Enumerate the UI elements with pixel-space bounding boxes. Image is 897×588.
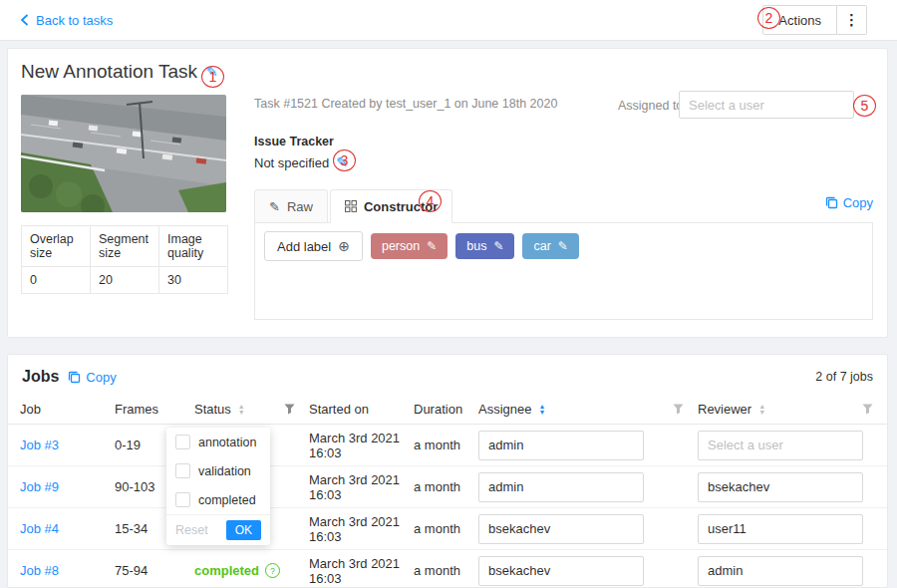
filter-option-validation[interactable]: validation <box>166 456 270 485</box>
copy-icon <box>825 196 838 209</box>
image-quality-header: Image quality <box>159 226 228 267</box>
task-details-card: New Annotation Task ✎ <box>7 48 888 338</box>
reviewer-filter-icon[interactable] <box>862 404 873 415</box>
filter-reset-button[interactable]: Reset <box>175 523 208 537</box>
label-bus-name: bus <box>466 239 486 253</box>
job-assignee-input[interactable] <box>478 472 644 502</box>
label-chip-person[interactable]: person ✎ <box>371 233 448 259</box>
column-reviewer-label: Reviewer <box>698 402 751 417</box>
image-quality-value: 30 <box>159 267 228 294</box>
back-to-tasks-label: Back to tasks <box>36 13 113 28</box>
job-link[interactable]: Job #4 <box>20 521 59 536</box>
job-link[interactable]: Job #3 <box>20 438 59 452</box>
task-title-row: New Annotation Task ✎ <box>21 61 218 83</box>
job-row: Job #9 90-103 March 3rd 2021 16:03 a mon… <box>8 466 887 508</box>
job-reviewer-input[interactable] <box>698 514 863 544</box>
issue-tracker-label: Issue Tracker <box>254 135 334 148</box>
job-row: Job #3 0-19 March 3rd 2021 16:03 a month <box>8 425 887 466</box>
reviewer-sorter-icon[interactable]: ▲ ▼ <box>758 404 765 415</box>
label-car-name: car <box>533 239 550 253</box>
segment-size-header: Segment size <box>91 226 159 267</box>
add-label-text: Add label <box>277 239 331 254</box>
edit-label-bus-icon: ✎ <box>493 239 503 253</box>
job-reviewer-input[interactable] <box>698 431 863 460</box>
assignee-sorter-icon[interactable]: ▲ ▼ <box>538 404 545 415</box>
jobs-header-row: Jobs Copy 2 of 7 jobs <box>8 355 887 386</box>
caret-down-icon: ▼ <box>758 410 765 416</box>
edit-label-car-icon: ✎ <box>558 239 568 253</box>
job-duration: a month <box>414 438 478 452</box>
job-assignee-input[interactable] <box>478 431 644 460</box>
job-link[interactable]: Job #8 <box>20 563 59 578</box>
job-row: Job #8 75-94 completed ? March 3rd 2021 … <box>8 550 887 588</box>
job-frames: 75-94 <box>115 563 194 578</box>
column-assignee-label: Assignee <box>478 402 531 417</box>
checkbox-icon[interactable] <box>175 492 190 507</box>
task-assignee-input[interactable] <box>679 91 854 119</box>
filter-option-annotation[interactable]: annotation <box>166 428 270 456</box>
jobs-card: Jobs Copy 2 of 7 jobs Job Frames Status … <box>7 354 888 588</box>
status-info-icon[interactable]: ? <box>265 563 280 578</box>
column-reviewer[interactable]: Reviewer ▲ ▼ <box>698 402 875 417</box>
annotation-marker-1: 1 <box>201 66 224 88</box>
column-status[interactable]: Status ▲ ▼ <box>194 402 309 417</box>
job-reviewer-input[interactable] <box>698 472 863 502</box>
labels-copy-link[interactable]: Copy <box>825 195 873 210</box>
labels-copy-label: Copy <box>843 195 873 210</box>
caret-down-icon: ▼ <box>238 410 245 416</box>
job-assignee-input[interactable] <box>478 556 644 586</box>
constructor-icon <box>345 200 357 212</box>
column-assignee[interactable]: Assignee ▲ ▼ <box>478 402 698 417</box>
assignee-filter-icon[interactable] <box>673 404 684 415</box>
issue-tracker-value: Not specified <box>254 155 329 170</box>
job-status: completed ? <box>194 563 309 578</box>
column-frames: Frames <box>115 402 194 417</box>
tab-raw[interactable]: ✎ Raw <box>254 189 328 223</box>
overlap-size-value: 0 <box>22 267 91 294</box>
column-job: Job <box>20 402 115 417</box>
job-duration: a month <box>414 563 478 578</box>
jobs-count: 2 of 7 jobs <box>815 370 873 384</box>
label-chip-car[interactable]: car ✎ <box>522 233 578 259</box>
job-started: March 3rd 2021 16:03 <box>309 556 414 586</box>
checkbox-icon[interactable] <box>175 463 190 478</box>
task-preview-image <box>21 95 226 212</box>
job-started: March 3rd 2021 16:03 <box>309 431 414 460</box>
annotation-marker-3: 3 <box>333 149 356 171</box>
status-sorter-icon[interactable]: ▲ ▼ <box>238 404 245 415</box>
task-page: Back to tasks Actions ⋮ New Annotation T… <box>0 0 897 588</box>
task-params-table: Overlap size Segment size Image quality … <box>21 225 228 294</box>
assigned-to-label: Assigned to <box>618 99 683 113</box>
column-status-label: Status <box>194 402 231 417</box>
jobs-copy-link[interactable]: Copy <box>68 370 116 385</box>
jobs-copy-label: Copy <box>86 370 116 385</box>
labels-tabs: ✎ Raw Constructor Copy <box>254 186 873 223</box>
checkbox-icon[interactable] <box>175 435 190 449</box>
label-chip-bus[interactable]: bus ✎ <box>455 233 514 259</box>
job-row: Job #4 15-34 March 3rd 2021 16:03 a mont… <box>8 508 887 550</box>
annotation-marker-2: 2 <box>757 7 780 29</box>
filter-ok-button[interactable]: OK <box>226 520 261 540</box>
filter-footer: Reset OK <box>166 514 270 545</box>
task-meta: Task #1521 Created by test_user_1 on Jun… <box>254 97 557 111</box>
task-title: New Annotation Task <box>21 61 197 83</box>
params-value-row: 0 20 30 <box>22 267 228 294</box>
labels-constructor-area: Add label ⊕ person ✎ bus ✎ car ✎ <box>254 222 873 320</box>
job-reviewer-input[interactable] <box>698 556 863 586</box>
filter-option-label: annotation <box>198 436 256 449</box>
actions-menu-button[interactable]: ⋮ <box>837 5 867 35</box>
job-assignee-input[interactable] <box>478 514 644 544</box>
status-completed-text: completed <box>194 563 259 578</box>
segment-size-value: 20 <box>91 267 159 294</box>
add-label-button[interactable]: Add label ⊕ <box>264 231 363 261</box>
jobs-table: Job Frames Status ▲ ▼ Started on Duratio… <box>8 395 887 588</box>
back-to-tasks-link[interactable]: Back to tasks <box>20 13 113 28</box>
caret-down-icon: ▼ <box>538 410 545 416</box>
job-started: March 3rd 2021 16:03 <box>309 472 414 502</box>
job-duration: a month <box>414 479 478 494</box>
filter-option-label: completed <box>198 493 256 507</box>
filter-option-completed[interactable]: completed <box>166 485 270 514</box>
status-filter-icon[interactable] <box>284 404 295 415</box>
job-link[interactable]: Job #9 <box>20 479 59 494</box>
annotation-marker-4: 4 <box>419 190 442 212</box>
